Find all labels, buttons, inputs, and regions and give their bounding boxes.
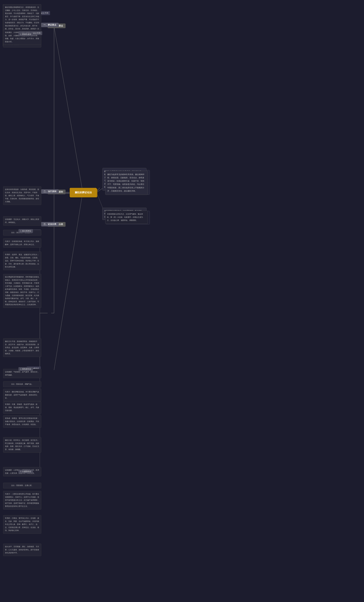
sub3-3-jiajian: 痰火未平，舌苔黄腻，唇红，加胆南星、天竺黄；心火亢盛者，加朱砂安神丸，躁不安稳者… [3,544,41,556]
sub3-3-daibiao: 代表方：二阴煎合琥珀养心丹加减。前方重在清泄阴明火，安神宁心；适用于心中烦踞，觉… [3,491,41,509]
section-three-label: 三、证治分类 [43,223,56,225]
sub-two-title: 2. 辨病性虚实 [19,32,33,36]
sub3-1-zhengji: 证机概要：五志化火，痰随火升，痰热上扰清窍，神明错乱。 [3,216,41,226]
section-two-header: 二、治疗原则 [41,189,59,194]
sub3-1-desc: 起病先有性情急躁，头痛失眠，两目怒视，面红目赤，突发狂乱无知，骂詈号叫，不避亲疏… [3,186,41,205]
sub3-3-desc: 癫狂久延，时作时止，形已较缓，妄言妄为，呼之能自制，但有疲惫之象，睡不安寐，烦躁… [3,437,41,452]
section-one-label: 一、辨证要点 [43,24,56,26]
sub-three-three-title: 3. 火盛阴伤证 [19,470,33,473]
right-description: 癫狂为临床常见的精神失常疾病。癫以精神抑郁、表情淡漠、沉默痴呆、语无伦次、静而多… [105,171,148,195]
main-center-node: 癫狂的辨证论治 [70,188,97,197]
section-three-header: 三、证治分类 [41,222,59,226]
sub3-2-daibiao: 代表方：癫狂梦醒汤加减。本方重在调畅气血脑痰化瘀，适用于气血痰凝滞，痰热结滞之证… [3,389,41,401]
sub3-2-desc: 癫狂日久不愈，面色晦滞而垢，情绪躁扰不安，多言不详，恼怒不休，甚至登高而歌，弃衣… [3,338,41,357]
sub3-2-jiajian: 若热者，加黄连、黄芩以清之若督血内结者，加服大黄虫丸，以祛瘀生新；妄遂蔑血，不饮… [3,415,41,428]
sub3-2-zhifa: 治法：豁痰化瘀，调畅气血。 [3,381,41,387]
section-one-header: 一、辨证要点 [41,23,59,27]
sub3-1-jiajian: 痰火壅盛而若苔黄腻鲜者，同时用礞石滚痰丸彻痰火。再用安宫牛黄丸心开窍若脉若短明，… [3,274,41,308]
sub3-1-daibiao: 代表方：生铁落饮加减。本方清心泻火，涤痰醒神，适用于痰热上扰，邪害心神之证。 [3,238,41,248]
sub3-3-zhifa: 治法：育阴潜阳，交通心肾。 [3,483,41,488]
sub-two-num: 2. [20,33,22,35]
sub3-1-changyong: 常用药：龙胆草、黄连、连翘清泻心肝实火；胆星、贝母、橘红、竹茹清导痰热；石菖蒲、… [3,252,41,270]
treatment-principle-note: 本病初期多以邪实为主，治当理气解郁、畅达神机、降（泄）火祛痰、化瘀通窍；后期以正… [105,211,148,224]
section-two-label: 二、治疗原则 [43,190,56,193]
sub3-3-changyong: 常用药：川黄连、黄芩清心泻火；生地黄、麦冬、玄参、阿胶、生白芍滋阴养血，共清泻南… [3,515,41,534]
sub3-2-changyong: 常用药：半夏、胆南星、陈皮理气疏痰；柴胡、香附、青皮疏调理气；桃仁、赤芍、丹参活… [3,401,41,414]
sub-two-text: 辨病性虚实 [22,33,31,35]
sub-three-two-title: 2. 痰热瘀结证 [19,367,33,371]
sub-three-one-title: 1. 痰火扰神证 [19,229,33,233]
